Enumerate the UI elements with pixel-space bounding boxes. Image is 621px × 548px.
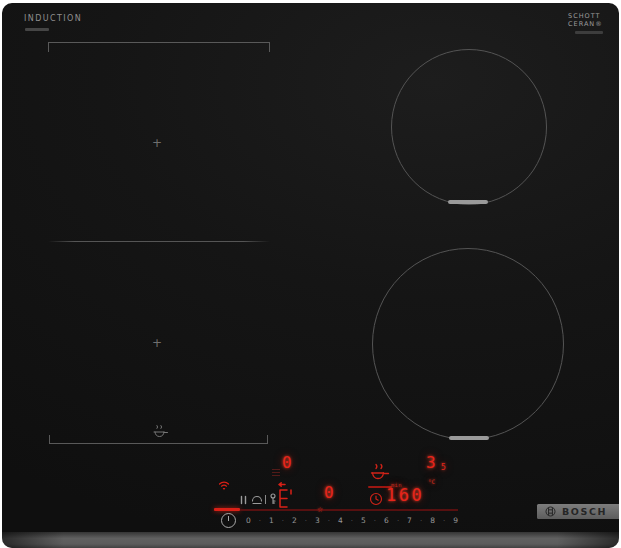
flex-zone-divider-line <box>48 241 270 242</box>
active-selection-underline <box>214 508 240 511</box>
power-display-right-front: 0 <box>324 485 334 501</box>
slider-dot: · <box>420 517 422 525</box>
schott-line2: CERAN® <box>568 20 603 28</box>
slider-dot: · <box>351 517 353 525</box>
slider-dot: · <box>282 517 284 525</box>
schott-line1: SCHOTT <box>568 12 603 20</box>
induction-label: INDUCTION <box>24 14 82 23</box>
wifi-icon[interactable] <box>216 480 232 491</box>
power-level-8[interactable]: 8 <box>430 516 435 525</box>
zone-center-mark-front-left: + <box>152 337 162 349</box>
power-button[interactable] <box>221 513 236 528</box>
icon-divider <box>265 495 266 504</box>
bosch-logo-badge: BOSCH <box>537 504 619 519</box>
slider-dot: · <box>305 517 307 525</box>
stainless-front-strip <box>2 532 619 548</box>
power-level-5[interactable]: 5 <box>361 516 366 525</box>
fry-sensor-glass-icon <box>151 424 169 439</box>
cooking-zone-front-right <box>372 248 564 440</box>
power-display-right-rear: 3 <box>426 455 436 471</box>
cooking-zone-rear-right <box>391 49 547 205</box>
schott-ceran-logo: SCHOTT CERAN® <box>568 12 603 28</box>
slider-dot: · <box>443 517 445 525</box>
power-level-6[interactable]: 6 <box>384 516 389 525</box>
clock-timer-icon[interactable] <box>369 492 383 506</box>
menu-lines-icon[interactable] <box>272 467 280 477</box>
slider-dot: · <box>374 517 376 525</box>
pause-icon[interactable] <box>239 495 248 505</box>
power-level-3[interactable]: 3 <box>315 516 320 525</box>
slider-dot: · <box>328 517 330 525</box>
fry-sensor-icon[interactable] <box>368 463 390 482</box>
power-level-1[interactable]: 1 <box>269 516 274 525</box>
temperature-display: 160 <box>386 487 424 504</box>
slider-dot: · <box>397 517 399 525</box>
power-level-slider[interactable]: 0 · 1 · 2 · 3 · 4 · 5 · 6 · 7 · 8 · 9 <box>246 515 458 526</box>
star-favorite-icon[interactable]: ☆ <box>317 504 323 514</box>
bosch-emblem-icon <box>545 506 556 517</box>
temperature-unit-label: °C <box>428 479 435 485</box>
power-level-4[interactable]: 4 <box>338 516 343 525</box>
power-level-9[interactable]: 9 <box>453 516 458 525</box>
power-level-7[interactable]: 7 <box>407 516 412 525</box>
zone-front-mark-rear-right <box>448 200 488 204</box>
power-display-left: 0 <box>282 455 292 471</box>
wipe-protection-icon[interactable] <box>251 495 263 505</box>
flex-zone-icon[interactable] <box>276 481 295 510</box>
zone-front-mark-front-right <box>449 436 489 440</box>
schott-fine-print <box>575 31 603 34</box>
model-code-text <box>25 28 49 31</box>
bosch-wordmark: BOSCH <box>562 506 607 517</box>
slider-dot: · <box>259 517 261 525</box>
flex-zone-top-bracket <box>48 42 270 53</box>
panel-separator-line <box>240 509 458 511</box>
product-photo-induction-hob: INDUCTION SCHOTT CERAN® + + <box>0 0 621 548</box>
power-level-2[interactable]: 2 <box>292 516 297 525</box>
power-display-right-rear-sub: 5 <box>441 464 446 472</box>
zone-center-mark-rear-left: + <box>152 137 162 149</box>
power-level-0[interactable]: 0 <box>246 516 251 525</box>
hob-body: INDUCTION SCHOTT CERAN® + + <box>2 3 619 548</box>
